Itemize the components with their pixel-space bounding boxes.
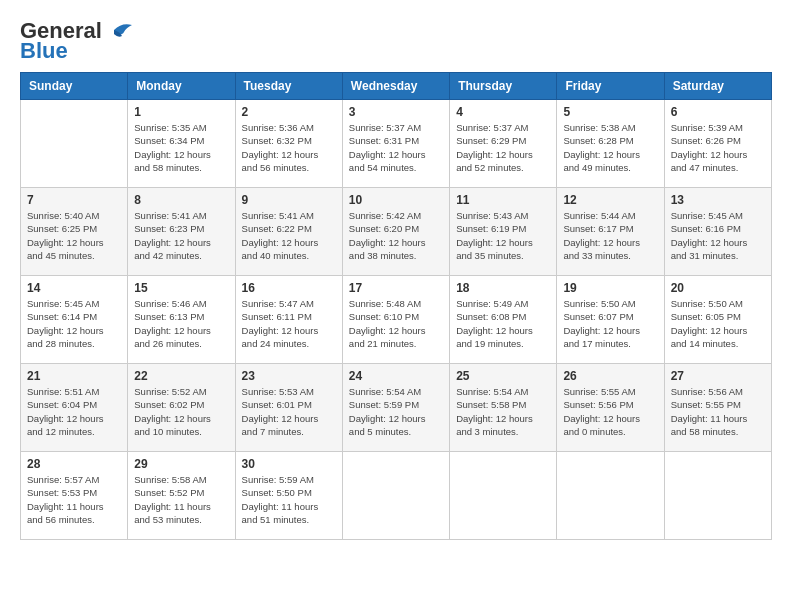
day-info: Sunrise: 5:44 AM Sunset: 6:17 PM Dayligh… [563, 209, 657, 262]
day-number: 26 [563, 369, 657, 383]
calendar-cell [342, 452, 449, 540]
calendar-cell: 4Sunrise: 5:37 AM Sunset: 6:29 PM Daylig… [450, 100, 557, 188]
day-number: 13 [671, 193, 765, 207]
day-number: 22 [134, 369, 228, 383]
day-info: Sunrise: 5:48 AM Sunset: 6:10 PM Dayligh… [349, 297, 443, 350]
calendar-cell: 16Sunrise: 5:47 AM Sunset: 6:11 PM Dayli… [235, 276, 342, 364]
week-row-1: 1Sunrise: 5:35 AM Sunset: 6:34 PM Daylig… [21, 100, 772, 188]
calendar-cell: 6Sunrise: 5:39 AM Sunset: 6:26 PM Daylig… [664, 100, 771, 188]
calendar-cell: 26Sunrise: 5:55 AM Sunset: 5:56 PM Dayli… [557, 364, 664, 452]
day-info: Sunrise: 5:53 AM Sunset: 6:01 PM Dayligh… [242, 385, 336, 438]
day-info: Sunrise: 5:37 AM Sunset: 6:31 PM Dayligh… [349, 121, 443, 174]
day-number: 14 [27, 281, 121, 295]
calendar-cell: 14Sunrise: 5:45 AM Sunset: 6:14 PM Dayli… [21, 276, 128, 364]
calendar-cell [664, 452, 771, 540]
day-info: Sunrise: 5:52 AM Sunset: 6:02 PM Dayligh… [134, 385, 228, 438]
day-number: 12 [563, 193, 657, 207]
day-info: Sunrise: 5:54 AM Sunset: 5:59 PM Dayligh… [349, 385, 443, 438]
calendar-cell: 19Sunrise: 5:50 AM Sunset: 6:07 PM Dayli… [557, 276, 664, 364]
day-info: Sunrise: 5:57 AM Sunset: 5:53 PM Dayligh… [27, 473, 121, 526]
calendar-cell: 27Sunrise: 5:56 AM Sunset: 5:55 PM Dayli… [664, 364, 771, 452]
day-info: Sunrise: 5:49 AM Sunset: 6:08 PM Dayligh… [456, 297, 550, 350]
day-header-thursday: Thursday [450, 73, 557, 100]
calendar-cell: 20Sunrise: 5:50 AM Sunset: 6:05 PM Dayli… [664, 276, 771, 364]
calendar-cell: 22Sunrise: 5:52 AM Sunset: 6:02 PM Dayli… [128, 364, 235, 452]
day-info: Sunrise: 5:51 AM Sunset: 6:04 PM Dayligh… [27, 385, 121, 438]
day-number: 4 [456, 105, 550, 119]
day-info: Sunrise: 5:42 AM Sunset: 6:20 PM Dayligh… [349, 209, 443, 262]
calendar-cell: 3Sunrise: 5:37 AM Sunset: 6:31 PM Daylig… [342, 100, 449, 188]
week-row-3: 14Sunrise: 5:45 AM Sunset: 6:14 PM Dayli… [21, 276, 772, 364]
logo: General Blue [20, 20, 134, 62]
calendar-cell: 1Sunrise: 5:35 AM Sunset: 6:34 PM Daylig… [128, 100, 235, 188]
day-header-sunday: Sunday [21, 73, 128, 100]
day-info: Sunrise: 5:45 AM Sunset: 6:14 PM Dayligh… [27, 297, 121, 350]
calendar-cell [557, 452, 664, 540]
day-info: Sunrise: 5:41 AM Sunset: 6:23 PM Dayligh… [134, 209, 228, 262]
calendar-cell: 11Sunrise: 5:43 AM Sunset: 6:19 PM Dayli… [450, 188, 557, 276]
day-header-wednesday: Wednesday [342, 73, 449, 100]
day-number: 6 [671, 105, 765, 119]
day-info: Sunrise: 5:50 AM Sunset: 6:07 PM Dayligh… [563, 297, 657, 350]
calendar-cell [450, 452, 557, 540]
calendar-cell [21, 100, 128, 188]
day-number: 16 [242, 281, 336, 295]
calendar-cell: 28Sunrise: 5:57 AM Sunset: 5:53 PM Dayli… [21, 452, 128, 540]
day-number: 11 [456, 193, 550, 207]
day-header-saturday: Saturday [664, 73, 771, 100]
day-number: 27 [671, 369, 765, 383]
calendar-cell: 9Sunrise: 5:41 AM Sunset: 6:22 PM Daylig… [235, 188, 342, 276]
week-row-5: 28Sunrise: 5:57 AM Sunset: 5:53 PM Dayli… [21, 452, 772, 540]
day-info: Sunrise: 5:47 AM Sunset: 6:11 PM Dayligh… [242, 297, 336, 350]
calendar-cell: 17Sunrise: 5:48 AM Sunset: 6:10 PM Dayli… [342, 276, 449, 364]
calendar-cell: 7Sunrise: 5:40 AM Sunset: 6:25 PM Daylig… [21, 188, 128, 276]
week-row-4: 21Sunrise: 5:51 AM Sunset: 6:04 PM Dayli… [21, 364, 772, 452]
page-header: General Blue [20, 20, 772, 62]
day-info: Sunrise: 5:56 AM Sunset: 5:55 PM Dayligh… [671, 385, 765, 438]
day-number: 5 [563, 105, 657, 119]
day-header-monday: Monday [128, 73, 235, 100]
day-info: Sunrise: 5:39 AM Sunset: 6:26 PM Dayligh… [671, 121, 765, 174]
calendar-cell: 12Sunrise: 5:44 AM Sunset: 6:17 PM Dayli… [557, 188, 664, 276]
calendar-cell: 10Sunrise: 5:42 AM Sunset: 6:20 PM Dayli… [342, 188, 449, 276]
day-number: 19 [563, 281, 657, 295]
week-row-2: 7Sunrise: 5:40 AM Sunset: 6:25 PM Daylig… [21, 188, 772, 276]
calendar-cell: 29Sunrise: 5:58 AM Sunset: 5:52 PM Dayli… [128, 452, 235, 540]
day-header-friday: Friday [557, 73, 664, 100]
day-number: 8 [134, 193, 228, 207]
day-number: 3 [349, 105, 443, 119]
day-number: 10 [349, 193, 443, 207]
day-info: Sunrise: 5:37 AM Sunset: 6:29 PM Dayligh… [456, 121, 550, 174]
day-number: 24 [349, 369, 443, 383]
calendar-cell: 15Sunrise: 5:46 AM Sunset: 6:13 PM Dayli… [128, 276, 235, 364]
day-number: 28 [27, 457, 121, 471]
day-number: 20 [671, 281, 765, 295]
day-info: Sunrise: 5:43 AM Sunset: 6:19 PM Dayligh… [456, 209, 550, 262]
calendar-header-row: SundayMondayTuesdayWednesdayThursdayFrid… [21, 73, 772, 100]
day-number: 7 [27, 193, 121, 207]
calendar-cell: 24Sunrise: 5:54 AM Sunset: 5:59 PM Dayli… [342, 364, 449, 452]
day-info: Sunrise: 5:40 AM Sunset: 6:25 PM Dayligh… [27, 209, 121, 262]
day-number: 15 [134, 281, 228, 295]
day-info: Sunrise: 5:45 AM Sunset: 6:16 PM Dayligh… [671, 209, 765, 262]
day-info: Sunrise: 5:35 AM Sunset: 6:34 PM Dayligh… [134, 121, 228, 174]
calendar-cell: 30Sunrise: 5:59 AM Sunset: 5:50 PM Dayli… [235, 452, 342, 540]
day-number: 25 [456, 369, 550, 383]
calendar-cell: 23Sunrise: 5:53 AM Sunset: 6:01 PM Dayli… [235, 364, 342, 452]
day-info: Sunrise: 5:50 AM Sunset: 6:05 PM Dayligh… [671, 297, 765, 350]
day-info: Sunrise: 5:41 AM Sunset: 6:22 PM Dayligh… [242, 209, 336, 262]
logo-bird-icon [104, 20, 134, 42]
day-number: 17 [349, 281, 443, 295]
day-header-tuesday: Tuesday [235, 73, 342, 100]
calendar-cell: 25Sunrise: 5:54 AM Sunset: 5:58 PM Dayli… [450, 364, 557, 452]
day-info: Sunrise: 5:55 AM Sunset: 5:56 PM Dayligh… [563, 385, 657, 438]
calendar-table: SundayMondayTuesdayWednesdayThursdayFrid… [20, 72, 772, 540]
day-number: 18 [456, 281, 550, 295]
calendar-cell: 18Sunrise: 5:49 AM Sunset: 6:08 PM Dayli… [450, 276, 557, 364]
day-info: Sunrise: 5:38 AM Sunset: 6:28 PM Dayligh… [563, 121, 657, 174]
calendar-cell: 21Sunrise: 5:51 AM Sunset: 6:04 PM Dayli… [21, 364, 128, 452]
calendar-cell: 13Sunrise: 5:45 AM Sunset: 6:16 PM Dayli… [664, 188, 771, 276]
day-number: 9 [242, 193, 336, 207]
day-number: 29 [134, 457, 228, 471]
logo-blue-text: Blue [20, 40, 68, 62]
